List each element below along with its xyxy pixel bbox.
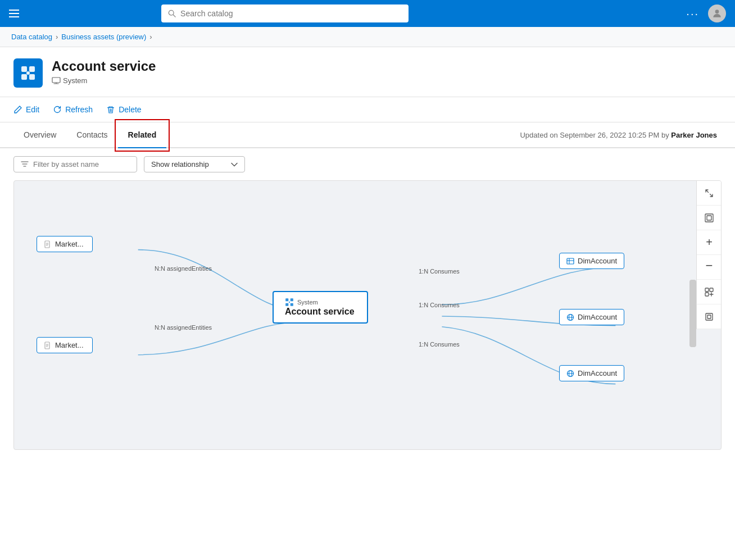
tab-overview[interactable]: Overview [13, 122, 66, 148]
system-icon [52, 77, 61, 85]
svg-rect-6 [29, 74, 35, 80]
right-node-3[interactable]: DimAccount [559, 365, 624, 381]
svg-point-2 [715, 10, 719, 13]
svg-rect-5 [21, 74, 27, 80]
right-node-2[interactable]: DimAccount [559, 309, 624, 325]
breadcrumb-datacatalog[interactable]: Data catalog [11, 33, 52, 41]
svg-rect-41 [706, 313, 713, 320]
tab-contacts[interactable]: Contacts [66, 122, 117, 148]
filter-icon [21, 161, 29, 168]
svg-point-26 [289, 302, 290, 303]
fit-button[interactable] [697, 206, 722, 230]
svg-rect-22 [285, 298, 288, 301]
search-input[interactable] [180, 9, 402, 18]
edge-label-right-3: 1:N Consumes [419, 341, 460, 348]
zoom-out-button[interactable]: − [697, 255, 722, 280]
zoom-in-button[interactable]: + [697, 230, 722, 255]
expand-button[interactable] [697, 181, 722, 206]
frame-button[interactable] [697, 304, 722, 329]
edge-label-right-1: 1:N Consumes [419, 268, 460, 275]
edit-icon [13, 105, 22, 114]
asset-system-label: System [63, 76, 87, 85]
svg-rect-37 [707, 216, 711, 220]
edge-label-right-2: 1:N Consumes [419, 302, 460, 308]
asset-icon [13, 58, 43, 88]
rearrange-button[interactable] [697, 280, 722, 304]
refresh-button[interactable]: Refresh [53, 103, 93, 116]
user-avatar[interactable] [708, 4, 726, 22]
breadcrumb-businessassets[interactable]: Business assets (preview) [61, 33, 146, 41]
page-header: Account service System [0, 47, 735, 97]
table-icon-1 [566, 257, 574, 265]
edit-button[interactable]: Edit [13, 103, 39, 116]
tabs: Overview Contacts Related Updated on Sep… [0, 122, 735, 148]
chevron-down-icon [231, 162, 238, 167]
delete-button[interactable]: Delete [106, 103, 141, 116]
center-node-icon [285, 298, 294, 307]
hamburger-menu[interactable] [9, 10, 19, 17]
tabs-list: Overview Contacts Related [13, 122, 166, 147]
graph-container[interactable]: Market... Market... N:N assignedEntities… [13, 180, 722, 450]
center-node-system: System [297, 299, 318, 306]
svg-rect-42 [707, 315, 711, 318]
filter-bar: Show relationship [0, 148, 735, 180]
asset-name: Account service [52, 58, 156, 74]
asset-subtitle: System [52, 76, 156, 85]
search-bar[interactable] [161, 4, 409, 22]
left-node-2[interactable]: Market... [37, 337, 93, 353]
right-node-1[interactable]: DimAccount [559, 253, 624, 269]
svg-rect-39 [710, 288, 713, 292]
svg-rect-27 [567, 258, 574, 264]
doc-icon-1 [44, 240, 52, 248]
edge-label-left-1: N:N assignedEntities [155, 265, 212, 272]
asset-title-block: Account service System [52, 58, 156, 85]
toolbar: Edit Refresh Delete [0, 97, 735, 122]
globe-icon-2 [566, 370, 574, 377]
breadcrumb: Data catalog › Business assets (preview)… [0, 27, 735, 47]
svg-rect-40 [705, 293, 709, 296]
svg-rect-23 [291, 298, 293, 301]
svg-rect-3 [21, 66, 27, 72]
svg-line-1 [173, 15, 175, 17]
graph-scrollbar[interactable] [689, 280, 696, 347]
doc-icon-2 [44, 342, 52, 349]
graph-controls: + − [696, 181, 721, 329]
filter-input-wrapper[interactable] [13, 156, 137, 172]
search-icon [168, 10, 176, 17]
tab-related[interactable]: Related [118, 122, 167, 148]
svg-rect-36 [705, 214, 713, 222]
svg-rect-25 [291, 303, 293, 306]
svg-rect-24 [285, 303, 288, 306]
svg-rect-4 [29, 66, 35, 72]
nav-right: ··· [686, 4, 726, 22]
center-node-label: Account service [285, 307, 355, 317]
svg-rect-8 [52, 78, 60, 83]
top-nav: ··· [0, 0, 735, 27]
filter-by-asset-name-input[interactable] [33, 160, 130, 169]
refresh-icon [53, 105, 62, 114]
globe-icon-1 [566, 313, 574, 321]
center-node[interactable]: System Account service [273, 291, 368, 324]
left-node-1[interactable]: Market... [37, 236, 93, 252]
tab-update-info: Updated on September 26, 2022 10:25 PM b… [515, 131, 722, 139]
more-options-button[interactable]: ··· [686, 7, 699, 20]
edge-label-left-2: N:N assignedEntities [155, 324, 212, 331]
svg-rect-38 [705, 288, 709, 292]
delete-icon [106, 105, 115, 114]
show-relationship-dropdown[interactable]: Show relationship [144, 156, 245, 172]
svg-point-7 [26, 71, 30, 75]
